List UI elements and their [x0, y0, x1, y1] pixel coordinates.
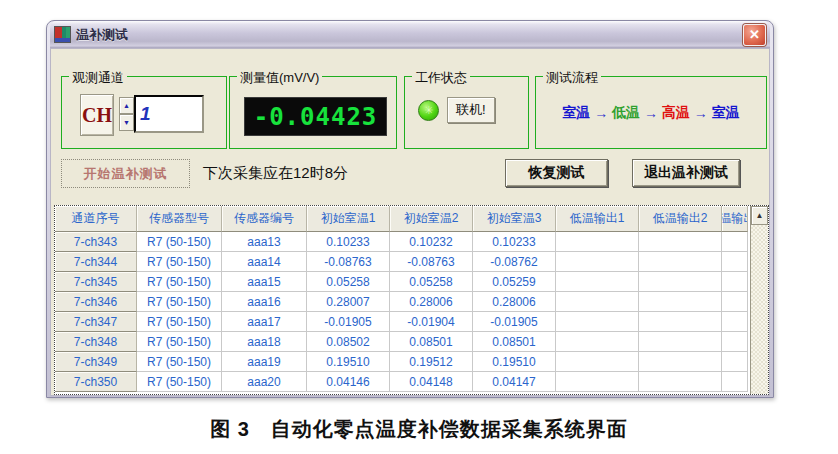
table-cell[interactable]: -0.08762 [473, 252, 556, 272]
table-cell[interactable]: 0.04148 [390, 372, 473, 392]
table-cell[interactable] [722, 252, 748, 272]
online-status-button[interactable]: 联机! [447, 97, 495, 123]
table-cell[interactable]: R7 (50-150) [137, 312, 222, 332]
table-cell[interactable]: 0.05259 [473, 272, 556, 292]
column-header[interactable]: 低温输出2 [639, 206, 722, 232]
table-cell[interactable]: 0.28006 [473, 292, 556, 312]
table-cell[interactable] [556, 332, 639, 352]
table-cell[interactable]: 0.08501 [473, 332, 556, 352]
table-cell[interactable] [556, 252, 639, 272]
table-cell[interactable]: -0.08763 [307, 252, 390, 272]
row-header-cell[interactable]: 7-ch343 [55, 232, 137, 252]
table-cell[interactable] [556, 272, 639, 292]
column-header[interactable]: 初始室温1 [307, 206, 390, 232]
table-cell[interactable] [639, 252, 722, 272]
table-cell[interactable] [639, 312, 722, 332]
row-header-cell[interactable]: 7-ch346 [55, 292, 137, 312]
spinner-up-icon[interactable]: ▲ [119, 97, 134, 114]
table-cell[interactable]: aaa19 [222, 352, 307, 372]
table-cell[interactable]: R7 (50-150) [137, 272, 222, 292]
scroll-up-icon: ▲ [756, 211, 764, 220]
table-cell[interactable]: -0.01904 [390, 312, 473, 332]
row-header-cell[interactable]: 7-ch345 [55, 272, 137, 292]
channel-ch-button[interactable]: CH [80, 94, 114, 136]
column-header[interactable]: 通道序号 [55, 206, 137, 232]
table-cell[interactable]: R7 (50-150) [137, 332, 222, 352]
table-cell[interactable]: -0.08763 [390, 252, 473, 272]
table-cell[interactable] [639, 332, 722, 352]
table-cell[interactable]: R7 (50-150) [137, 252, 222, 272]
table-cell[interactable] [639, 372, 722, 392]
channel-input[interactable]: 1 [134, 95, 204, 133]
table-cell[interactable]: 0.10232 [390, 232, 473, 252]
table-cell[interactable]: aaa15 [222, 272, 307, 292]
scroll-up-button[interactable]: ▲ [751, 206, 768, 225]
group-measure-value: 测量值(mV/V) -0.04423 [229, 76, 397, 149]
column-header[interactable]: 传感器型号 [137, 206, 222, 232]
table-cell[interactable]: R7 (50-150) [137, 292, 222, 312]
table-cell[interactable]: aaa17 [222, 312, 307, 332]
column-header[interactable]: 初始室温2 [390, 206, 473, 232]
table-cell[interactable] [639, 272, 722, 292]
table-cell[interactable] [722, 372, 748, 392]
column-header[interactable]: 低温输出1 [556, 206, 639, 232]
table-cell[interactable] [639, 292, 722, 312]
table-cell[interactable] [722, 292, 748, 312]
table-cell[interactable]: 0.28006 [390, 292, 473, 312]
row-header-cell[interactable]: 7-ch344 [55, 252, 137, 272]
table-cell[interactable]: 0.19512 [390, 352, 473, 372]
table-cell[interactable] [556, 352, 639, 372]
row-header-cell[interactable]: 7-ch349 [55, 352, 137, 372]
close-button[interactable]: ✕ [743, 24, 766, 46]
table-cell[interactable] [639, 352, 722, 372]
table-cell[interactable] [722, 332, 748, 352]
table-cell[interactable] [722, 352, 748, 372]
table-cell[interactable]: aaa18 [222, 332, 307, 352]
table-cell[interactable]: 0.19510 [307, 352, 390, 372]
table-cell[interactable]: 0.04147 [473, 372, 556, 392]
table-cell[interactable] [722, 232, 748, 252]
table-cell[interactable]: 0.28007 [307, 292, 390, 312]
table-cell[interactable]: 0.19510 [473, 352, 556, 372]
table-cell[interactable]: aaa13 [222, 232, 307, 252]
table-cell[interactable] [556, 312, 639, 332]
table-cell[interactable]: 0.10233 [307, 232, 390, 252]
row-header-cell[interactable]: 7-ch348 [55, 332, 137, 352]
table-cell[interactable]: 0.08501 [390, 332, 473, 352]
table-cell[interactable]: aaa20 [222, 372, 307, 392]
table-cell[interactable]: 0.05258 [390, 272, 473, 292]
scroll-track[interactable] [751, 225, 768, 394]
table-cell[interactable]: aaa14 [222, 252, 307, 272]
row-header-cell[interactable]: 7-ch347 [55, 312, 137, 332]
table-cell[interactable]: R7 (50-150) [137, 372, 222, 392]
table-row: 7-ch346R7 (50-150)aaa160.280070.280060.2… [55, 292, 750, 312]
column-header[interactable]: 传感器编号 [222, 206, 307, 232]
table-cell[interactable] [556, 292, 639, 312]
column-header[interactable]: 低温输出3 [722, 206, 748, 232]
resume-test-button[interactable]: 恢复测试 [505, 159, 608, 187]
table-row: 7-ch349R7 (50-150)aaa190.195100.195120.1… [55, 352, 750, 372]
table-cell[interactable]: -0.01905 [307, 312, 390, 332]
group-work-status: 工作状态 ✳ 联机! [404, 76, 529, 149]
table-cell[interactable]: R7 (50-150) [137, 232, 222, 252]
table-cell[interactable]: 0.05258 [307, 272, 390, 292]
table-cell[interactable] [722, 272, 748, 292]
start-test-button-disabled[interactable]: 开始温补测试 [61, 159, 190, 188]
column-header[interactable]: 初始室温3 [473, 206, 556, 232]
table-cell[interactable]: 0.04146 [307, 372, 390, 392]
table-cell[interactable]: 0.08502 [307, 332, 390, 352]
table-scrollbar[interactable]: ▲ [750, 206, 768, 394]
spinner-down-icon[interactable]: ▼ [119, 114, 134, 131]
table-cell[interactable]: 0.10233 [473, 232, 556, 252]
table-cell[interactable] [639, 232, 722, 252]
table-cell[interactable]: aaa16 [222, 292, 307, 312]
table-cell[interactable]: R7 (50-150) [137, 352, 222, 372]
row-header-cell[interactable]: 7-ch350 [55, 372, 137, 392]
title-bar[interactable]: 温补测试 ✕ [50, 21, 770, 48]
table-cell[interactable] [556, 232, 639, 252]
exit-test-button[interactable]: 退出温补测试 [632, 159, 740, 187]
table-cell[interactable]: -0.01905 [473, 312, 556, 332]
measure-lcd-display: -0.04423 [244, 97, 387, 136]
table-cell[interactable] [722, 312, 748, 332]
table-cell[interactable] [556, 372, 639, 392]
